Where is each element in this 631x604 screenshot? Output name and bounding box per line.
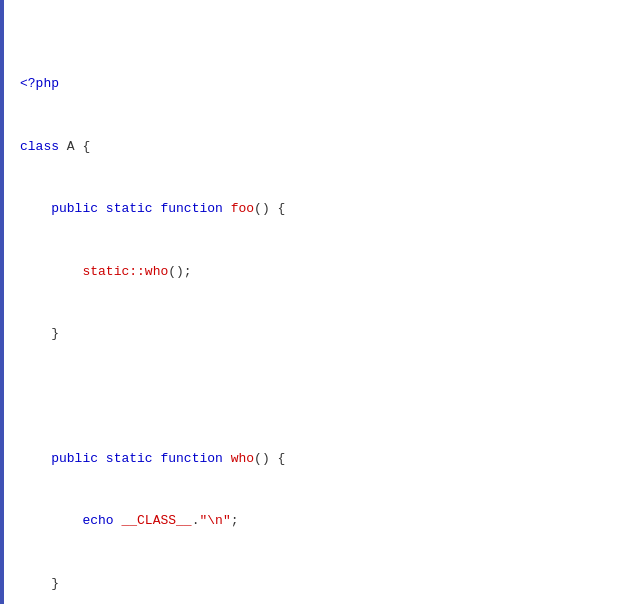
line-8: echo __CLASS__."\n";	[20, 511, 615, 532]
line-1: <?php	[20, 74, 615, 95]
line-3: public static function foo() {	[20, 199, 615, 220]
line-4: static::who();	[20, 262, 615, 283]
line-5: }	[20, 324, 615, 345]
line-9: }	[20, 574, 615, 595]
line-2: class A {	[20, 137, 615, 158]
line-7: public static function who() {	[20, 449, 615, 470]
code-editor: <?php class A { public static function f…	[0, 0, 631, 604]
line-6	[20, 386, 615, 407]
code-content: <?php class A { public static function f…	[4, 8, 631, 604]
